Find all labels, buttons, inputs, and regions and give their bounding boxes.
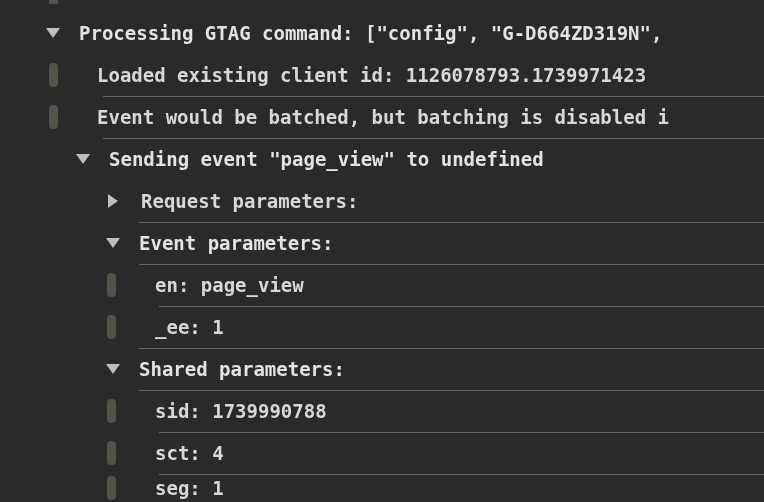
log-text: Shared parameters: bbox=[139, 348, 345, 390]
log-text: Event would be batched, but batching is … bbox=[97, 96, 669, 138]
log-marker bbox=[49, 0, 58, 4]
log-marker bbox=[107, 315, 116, 339]
log-marker bbox=[107, 476, 116, 500]
log-group-shared-parameters[interactable]: Shared parameters: bbox=[0, 348, 764, 390]
log-entry: sct: 4 bbox=[0, 432, 764, 474]
log-marker bbox=[49, 63, 58, 87]
log-text: en: page_view bbox=[155, 264, 304, 306]
log-text: Loaded existing client id: 1126078793.17… bbox=[97, 54, 646, 96]
log-text: Request parameters: bbox=[141, 180, 358, 222]
log-marker bbox=[107, 441, 116, 465]
log-entry: Loaded existing client id: 1126078793.17… bbox=[0, 54, 764, 96]
log-text: Sending event "page_view" to undefined bbox=[109, 138, 544, 180]
log-entry: en: page_view bbox=[0, 264, 764, 306]
log-group-event-parameters[interactable]: Event parameters: bbox=[0, 222, 764, 264]
log-group-gtag[interactable]: Processing GTAG command: ["config", "G-D… bbox=[0, 12, 764, 54]
log-text: Processing GTAG command: ["config", "G-D… bbox=[79, 12, 662, 54]
log-entry: _ee: 1 bbox=[0, 306, 764, 348]
log-entry: seg: 1 bbox=[0, 474, 764, 502]
log-marker bbox=[107, 399, 116, 423]
log-text: _ee: 1 bbox=[155, 306, 224, 348]
log-marker bbox=[107, 273, 116, 297]
log-entry: Event would be batched, but batching is … bbox=[0, 96, 764, 138]
log-group-sending-event[interactable]: Sending event "page_view" to undefined bbox=[0, 138, 764, 180]
chevron-down-icon bbox=[106, 364, 120, 374]
log-group-request-parameters[interactable]: Request parameters: bbox=[0, 180, 764, 222]
log-entry: sid: 1739990788 bbox=[0, 390, 764, 432]
chevron-down-icon bbox=[106, 238, 120, 248]
log-text: sct: 4 bbox=[155, 432, 224, 474]
log-text: sid: 1739990788 bbox=[155, 390, 327, 432]
chevron-right-icon bbox=[108, 194, 118, 208]
log-marker bbox=[49, 105, 58, 129]
chevron-down-icon bbox=[46, 28, 60, 38]
log-text: Event parameters: bbox=[139, 222, 333, 264]
log-text: seg: 1 bbox=[155, 474, 224, 502]
chevron-down-icon bbox=[76, 154, 90, 164]
